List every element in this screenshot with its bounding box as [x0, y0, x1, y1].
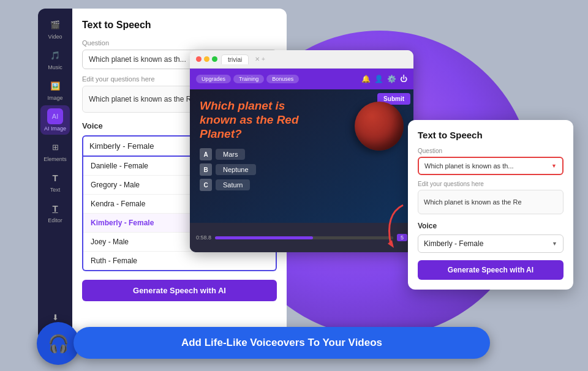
planet-image [355, 102, 404, 151]
bonuses-btn[interactable]: Bonuses [266, 75, 299, 83]
bottom-banner: Add Life-Like Voiceovers To Your Videos [74, 327, 490, 359]
right-question-dropdown[interactable]: Which planet is known as th... ▼ [418, 157, 564, 175]
upgrades-btn[interactable]: Upgrades [196, 75, 231, 83]
right-edit-label: Edit your questions here [418, 181, 564, 187]
right-voice-arrow-icon: ▼ [552, 241, 557, 247]
right-dropdown-arrow-icon: ▼ [551, 163, 557, 169]
right-generate-speech-button[interactable]: Generate Speech with AI [418, 260, 564, 280]
right-panel: Text to Speech Question Which planet is … [408, 120, 573, 290]
quiz-option-c: C Saturn [200, 179, 404, 191]
sidebar-item-music[interactable]: 🎵 Music [40, 44, 70, 73]
sidebar-item-editor[interactable]: T Editor [40, 197, 70, 227]
question-label: Question [82, 39, 277, 47]
sidebar-item-elements[interactable]: ⊞ Elements [40, 136, 70, 165]
right-edit-textarea[interactable]: Which planet is known as the Re [418, 190, 564, 214]
quiz-option-b: B Neptune [200, 163, 404, 176]
voice-list-item-ruth[interactable]: Ruth - Female [83, 252, 276, 270]
right-voice-label: Voice [418, 222, 564, 230]
sidebar-item-video[interactable]: 🎬 Video [40, 13, 70, 43]
right-panel-title: Text to Speech [418, 130, 564, 140]
right-question-label: Question [418, 148, 564, 154]
browser-dots [196, 56, 217, 62]
red-arrow [372, 202, 409, 253]
panel-title: Text to Speech [82, 20, 277, 31]
quiz-option-a: A Mars [200, 148, 404, 160]
generate-speech-button[interactable]: Generate Speech with AI [82, 280, 277, 301]
sidebar-item-text[interactable]: T Text [40, 167, 70, 196]
right-voice-dropdown[interactable]: Kimberly - Female ▼ [418, 234, 564, 253]
svg-marker-0 [388, 240, 394, 248]
browser-tab[interactable]: triviai [221, 54, 249, 64]
quiz-options: A Mars B Neptune C Saturn [190, 148, 413, 191]
quiz-question: Which planet is known as the Red Planet? [190, 89, 312, 146]
sidebar-item-image[interactable]: 🖼️ Image [40, 75, 70, 104]
sidebar: 🎬 Video 🎵 Music 🖼️ Image AI AI Image ⊞ E… [38, 9, 72, 340]
sidebar-item-ai-image[interactable]: AI AI Image [40, 105, 70, 135]
training-btn[interactable]: Training [233, 75, 264, 83]
